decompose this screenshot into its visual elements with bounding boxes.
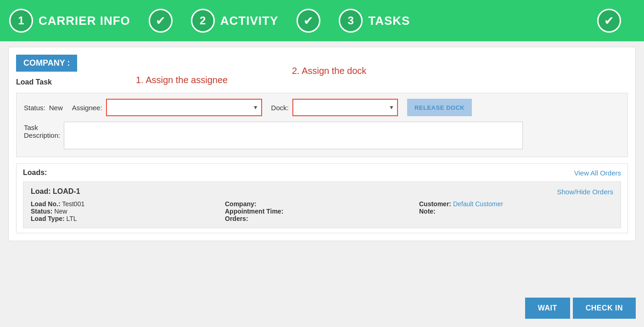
step-3-check-icon: ✔ — [597, 9, 621, 33]
load-company-field: Company: — [225, 200, 419, 208]
form-row-status-assignee: Status: New Assignee: ▼ Dock: — [24, 99, 620, 116]
step-1-check-icon: ✔ — [149, 9, 173, 33]
step-2-circle: 2 — [191, 9, 215, 33]
bottom-action-bar: WAIT CHECK IN — [525, 298, 636, 319]
dock-select[interactable] — [292, 99, 398, 116]
dock-select-wrapper: ▼ — [292, 99, 398, 116]
load-card: Load: LOAD-1 Show/Hide Orders Load No.: … — [23, 181, 621, 228]
step-3-label: TASKS — [368, 14, 410, 28]
load-card-col2: Company: Appointment Time: Orders: — [225, 200, 419, 222]
step-2-label: ACTIVITY — [220, 14, 278, 28]
load-card-body: Load No.: Test001 Status: New Load Type:… — [31, 200, 613, 222]
assignee-label: Assignee: — [72, 104, 102, 112]
step-1-group: 1 CARRIER INFO — [9, 9, 130, 33]
assignee-select-wrapper: ▼ — [106, 99, 262, 116]
step-3-circle: 3 — [339, 9, 363, 33]
load-card-col3: Customer: Default Customer Note: — [419, 200, 613, 222]
release-dock-button[interactable]: RELEASE DOCK — [407, 99, 472, 116]
load-task-title: Load Task — [16, 78, 628, 86]
main-content: COMPANY : Load Task 1. Assign the assign… — [8, 47, 636, 241]
load-customer-field: Customer: Default Customer — [419, 200, 613, 208]
load-card-header: Load: LOAD-1 Show/Hide Orders — [31, 187, 613, 196]
task-description-label: TaskDescription: — [24, 122, 60, 139]
form-section: 1. Assign the assignee 2. Assign the doc… — [16, 93, 628, 157]
step-1-label: CARRIER INFO — [39, 14, 130, 28]
step-2-check-icon: ✔ — [297, 9, 320, 33]
dock-field-group: Dock: ▼ — [271, 99, 398, 116]
load-orders-field: Orders: — [225, 215, 419, 222]
step-2-group: 2 ACTIVITY — [191, 9, 278, 33]
load-no-field: Load No.: Test001 — [31, 200, 225, 208]
top-nav-bar: 1 CARRIER INFO ✔ 2 ACTIVITY ✔ 3 TASKS ✔ — [0, 0, 644, 41]
task-description-row: TaskDescription: — [24, 122, 620, 149]
loads-title: Loads: — [23, 169, 47, 177]
annotation-assign-dock: 2. Assign the dock — [292, 66, 366, 76]
load-note-field: Note: — [419, 208, 613, 215]
loads-section: Loads: View All Orders Load: LOAD-1 Show… — [16, 164, 628, 233]
load-type-field: Load Type: LTL — [31, 215, 225, 222]
loads-header: Loads: View All Orders — [23, 169, 621, 177]
status-field-group: Status: New — [24, 104, 63, 112]
view-all-orders-link[interactable]: View All Orders — [574, 169, 621, 177]
load-appt-time-field: Appointment Time: — [225, 208, 419, 215]
load-status-field: Status: New — [31, 208, 225, 215]
show-hide-orders-link[interactable]: Show/Hide Orders — [557, 188, 613, 196]
dock-label: Dock: — [271, 104, 289, 112]
task-description-input[interactable] — [64, 122, 523, 149]
check-in-button[interactable]: CHECK IN — [573, 298, 636, 319]
status-label: Status: — [24, 104, 45, 112]
assignee-field-group: Assignee: ▼ — [72, 99, 262, 116]
step-1-circle: 1 — [9, 9, 33, 33]
load-card-col1: Load No.: Test001 Status: New Load Type:… — [31, 200, 225, 222]
step-3-group: 3 TASKS — [339, 9, 410, 33]
status-value: New — [49, 104, 63, 112]
wait-button[interactable]: WAIT — [525, 298, 570, 319]
load-card-title: Load: LOAD-1 — [31, 187, 80, 196]
assignee-select[interactable] — [106, 99, 262, 116]
company-badge: COMPANY : — [16, 55, 77, 72]
